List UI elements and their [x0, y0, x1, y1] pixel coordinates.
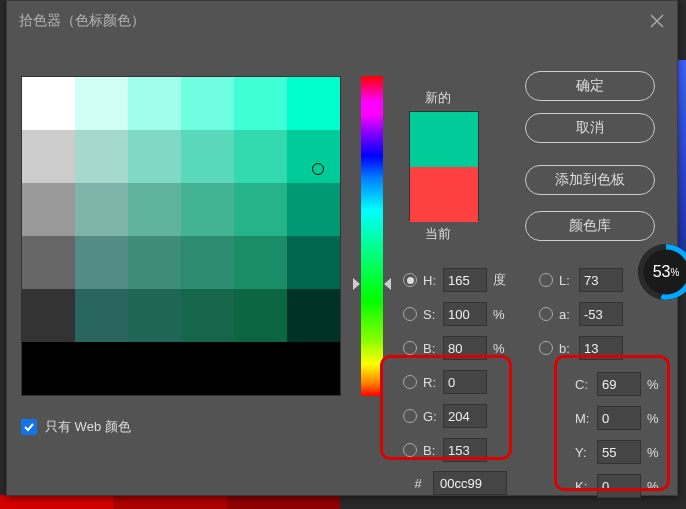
- ok-button[interactable]: 确定: [525, 71, 655, 101]
- cyan-input[interactable]: [597, 372, 641, 396]
- saturation-radio[interactable]: [403, 307, 417, 321]
- color-libraries-button[interactable]: 颜色库: [525, 211, 655, 241]
- red-input[interactable]: [443, 370, 487, 394]
- brightness-input[interactable]: [443, 336, 487, 360]
- current-color-label: 当前: [425, 225, 451, 243]
- background-red-bar: [0, 495, 340, 509]
- L-input[interactable]: [579, 268, 623, 292]
- new-color-label: 新的: [425, 89, 451, 107]
- b-lab-radio[interactable]: [539, 341, 553, 355]
- hex-label: #: [403, 476, 433, 491]
- brightness-radio[interactable]: [403, 341, 417, 355]
- green-input[interactable]: [443, 404, 487, 428]
- titlebar: 拾色器（色标颜色）: [7, 1, 677, 41]
- hue-radio[interactable]: [403, 273, 417, 287]
- a-input[interactable]: [579, 302, 623, 326]
- magenta-input[interactable]: [597, 406, 641, 430]
- hue-slider-thumb[interactable]: [353, 278, 391, 290]
- green-radio[interactable]: [403, 409, 417, 423]
- progress-badge: 53%: [638, 244, 686, 300]
- dialog-title: 拾色器（色标颜色）: [19, 12, 649, 30]
- web-colors-checkbox[interactable]: [21, 419, 37, 435]
- saturation-value-field[interactable]: [21, 76, 341, 396]
- black-input[interactable]: [597, 474, 641, 498]
- hue-label: H:: [423, 273, 443, 288]
- b-lab-input[interactable]: [579, 336, 623, 360]
- hue-slider[interactable]: [361, 76, 383, 396]
- new-color-swatch: [410, 112, 478, 167]
- a-radio[interactable]: [539, 307, 553, 321]
- blue-input[interactable]: [443, 438, 487, 462]
- hex-input[interactable]: [433, 471, 507, 495]
- current-color-swatch[interactable]: [410, 167, 478, 222]
- color-swatch: [409, 111, 479, 221]
- sv-cursor: [312, 163, 324, 175]
- blue-radio[interactable]: [403, 443, 417, 457]
- L-radio[interactable]: [539, 273, 553, 287]
- saturation-input[interactable]: [443, 302, 487, 326]
- color-picker-dialog: 拾色器（色标颜色） 只有 Web 颜色: [6, 0, 678, 496]
- close-icon[interactable]: [649, 13, 665, 29]
- hue-input[interactable]: [443, 268, 487, 292]
- web-colors-label: 只有 Web 颜色: [45, 418, 131, 436]
- red-radio[interactable]: [403, 375, 417, 389]
- yellow-input[interactable]: [597, 440, 641, 464]
- add-to-swatches-button[interactable]: 添加到色板: [525, 165, 655, 195]
- cancel-button[interactable]: 取消: [525, 113, 655, 143]
